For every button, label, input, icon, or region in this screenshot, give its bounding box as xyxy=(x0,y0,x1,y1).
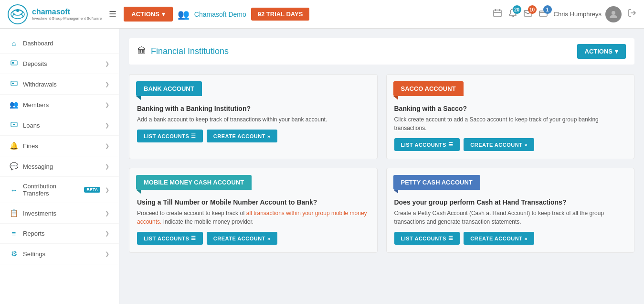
sidebar-label-reports: Reports xyxy=(23,230,100,237)
page-actions-button[interactable]: ACTIONS ▾ xyxy=(577,44,626,59)
members-arrow: ❯ xyxy=(105,102,109,108)
card-tag-bank: BANK ACCOUNT xyxy=(136,81,202,96)
sidebar-item-reports[interactable]: ≡ Reports ❯ xyxy=(0,224,119,244)
svg-rect-16 xyxy=(11,81,17,86)
sidebar: ⌂ Dashboard Deposits ❯ Withdrawals ❯ 👥 M… xyxy=(0,29,119,304)
sidebar-item-messaging[interactable]: 💬 Messaging ❯ xyxy=(0,156,119,177)
sidebar-label-dashboard: Dashboard xyxy=(23,40,109,47)
list-accounts-petty-button[interactable]: LIST ACCOUNTS ☰ xyxy=(394,232,460,245)
svg-point-3 xyxy=(16,9,19,12)
page-title: Financial Institutions xyxy=(151,46,229,56)
trial-badge: 92 TRIAL DAYS xyxy=(251,8,310,21)
transfers-icon: ↔ xyxy=(10,186,18,194)
svg-rect-17 xyxy=(12,83,14,84)
beta-badge: BETA xyxy=(84,187,100,193)
card-desc-sacco: Click create account to add a Sacco acco… xyxy=(394,115,627,132)
list-accounts-bank-button[interactable]: LIST ACCOUNTS ☰ xyxy=(137,130,203,142)
create-account-sacco-button[interactable]: CREATE ACCOUNT » xyxy=(464,138,534,151)
sidebar-item-fines[interactable]: 🔔 Fines ❯ xyxy=(0,136,119,156)
bell-icon[interactable]: 20 xyxy=(508,8,517,20)
sidebar-label-members: Members xyxy=(23,101,100,109)
group-icon[interactable]: 👥 xyxy=(178,9,190,20)
svg-rect-19 xyxy=(13,124,15,125)
page-title-area: 🏛 Financial Institutions xyxy=(137,46,229,56)
investments-arrow: ❯ xyxy=(105,210,109,217)
logo-text: chamasoft Investment Group Management So… xyxy=(32,8,102,21)
sidebar-label-fines: Fines xyxy=(23,142,100,150)
create-account-bank-button[interactable]: CREATE ACCOUNT » xyxy=(207,130,277,142)
card-actions-mobile: LIST ACCOUNTS ☰ CREATE ACCOUNT » xyxy=(137,232,370,245)
card-actions-sacco: LIST ACCOUNTS ☰ CREATE ACCOUNT » xyxy=(394,138,627,151)
sidebar-label-deposits: Deposits xyxy=(23,60,100,67)
investments-icon: 📋 xyxy=(10,209,18,217)
members-icon: 👥 xyxy=(10,100,18,109)
sidebar-label-investments: Investments xyxy=(23,210,100,217)
svg-rect-6 xyxy=(494,10,501,17)
sidebar-item-withdrawals[interactable]: Withdrawals ❯ xyxy=(0,74,119,95)
loans-arrow: ❯ xyxy=(105,122,109,129)
logo-name: chamasoft xyxy=(32,8,102,16)
sidebar-item-members[interactable]: 👥 Members ❯ xyxy=(0,95,119,115)
create-account-mobile-button[interactable]: CREATE ACCOUNT » xyxy=(207,232,277,245)
card-actions-bank: LIST ACCOUNTS ☰ CREATE ACCOUNT » xyxy=(137,130,370,142)
page-title-icon: 🏛 xyxy=(137,46,146,56)
deposits-icon xyxy=(10,59,18,68)
card-body-petty: Does your group perform Cash at Hand Tra… xyxy=(387,190,634,252)
dashboard-icon: ⌂ xyxy=(10,39,18,47)
svg-rect-15 xyxy=(12,62,14,64)
card-title-mobile: Using a Till Number or Mobile Number Acc… xyxy=(137,198,370,206)
withdrawals-icon xyxy=(10,80,18,88)
hamburger-icon[interactable]: ☰ xyxy=(106,7,119,22)
logo-sub: Investment Group Management Software xyxy=(32,16,102,21)
user-area[interactable]: Chris Humphreys xyxy=(554,6,622,22)
sidebar-item-dashboard[interactable]: ⌂ Dashboard xyxy=(0,33,119,54)
fines-arrow: ❯ xyxy=(105,143,109,149)
card-sacco-account: SACCO ACCOUNT Banking with a Sacco? Clic… xyxy=(386,74,635,159)
card-body-sacco: Banking with a Sacco? Click create accou… xyxy=(387,96,634,159)
sidebar-item-loans[interactable]: Loans ❯ xyxy=(0,115,119,136)
list-accounts-mobile-button[interactable]: LIST ACCOUNTS ☰ xyxy=(137,232,203,245)
card-tag-petty: PETTY CASH ACCOUNT xyxy=(393,175,480,190)
card-bank-account: BANK ACCOUNT Banking with a Banking Inst… xyxy=(129,74,378,159)
wallet-icon[interactable]: 1 xyxy=(538,8,548,20)
header-icons: 20 10 1 Chris Humphreys xyxy=(493,6,637,22)
user-name: Chris Humphreys xyxy=(554,11,602,18)
sidebar-label-withdrawals: Withdrawals xyxy=(23,81,100,88)
card-tag-mobile: MOBILE MONEY CASH ACCOUNT xyxy=(136,175,252,190)
settings-arrow: ❯ xyxy=(105,251,109,257)
user-avatar xyxy=(605,6,622,22)
card-title-bank: Banking with a Banking Institution? xyxy=(137,105,370,112)
page-header: 🏛 Financial Institutions ACTIONS ▾ xyxy=(129,38,634,65)
layout: ⌂ Dashboard Deposits ❯ Withdrawals ❯ 👥 M… xyxy=(0,29,644,304)
card-desc-mobile: Proceed to create account to keep track … xyxy=(137,209,370,226)
sidebar-item-contribution-transfers[interactable]: ↔ Contribution Transfers BETA ❯ xyxy=(0,177,119,203)
svg-point-12 xyxy=(612,11,615,15)
sidebar-item-settings[interactable]: ⚙ Settings ❯ xyxy=(0,244,119,264)
calendar-icon[interactable] xyxy=(493,8,502,20)
sidebar-item-deposits[interactable]: Deposits ❯ xyxy=(0,54,119,74)
group-name[interactable]: Chamasoft Demo xyxy=(194,11,246,18)
logo-area: chamasoft Investment Group Management So… xyxy=(7,4,102,25)
mail-badge: 10 xyxy=(528,5,537,14)
fines-icon: 🔔 xyxy=(10,141,18,150)
header-actions-button[interactable]: ACTIONS ▾ xyxy=(124,7,173,22)
card-title-sacco: Banking with a Sacco? xyxy=(394,105,627,112)
list-accounts-sacco-button[interactable]: LIST ACCOUNTS ☰ xyxy=(394,138,460,151)
card-desc-petty: Create a Petty Cash Account (Cash at Han… xyxy=(394,209,627,226)
card-body-bank: Banking with a Banking Institution? Add … xyxy=(129,96,377,150)
transfers-arrow: ❯ xyxy=(105,187,109,193)
messaging-arrow: ❯ xyxy=(105,163,109,170)
sidebar-label-messaging: Messaging xyxy=(23,163,100,170)
mail-icon[interactable]: 10 xyxy=(523,8,533,20)
card-desc-bank: Add a bank account to keep track of tran… xyxy=(137,115,370,124)
logout-icon[interactable] xyxy=(627,8,637,20)
create-account-petty-button[interactable]: CREATE ACCOUNT » xyxy=(464,232,534,245)
bell-badge: 20 xyxy=(513,5,521,14)
reports-icon: ≡ xyxy=(10,229,18,238)
sidebar-label-transfers: Contribution Transfers xyxy=(23,183,79,197)
card-body-mobile: Using a Till Number or Mobile Number Acc… xyxy=(129,190,377,252)
sidebar-item-investments[interactable]: 📋 Investments ❯ xyxy=(0,203,119,224)
messaging-icon: 💬 xyxy=(10,162,18,171)
main-content: 🏛 Financial Institutions ACTIONS ▾ BANK … xyxy=(119,29,644,304)
card-tag-sacco: SACCO ACCOUNT xyxy=(393,81,464,96)
